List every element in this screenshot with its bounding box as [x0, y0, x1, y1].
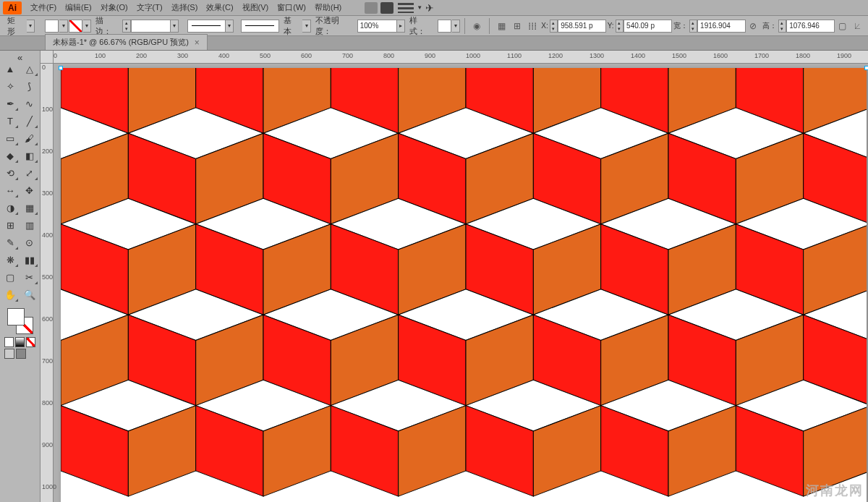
artboard-tool[interactable]: ▢ — [1, 269, 19, 285]
style-dd[interactable]: ▾ — [452, 20, 460, 33]
symbol-sprayer-tool[interactable]: ❋ — [1, 252, 19, 268]
shaper-tool[interactable]: ◆ — [1, 148, 19, 163]
color-mode-solid[interactable] — [4, 337, 14, 347]
magic-wand-tool[interactable]: ✧ — [1, 78, 19, 94]
ruler-v-tick: 400 — [42, 231, 53, 239]
x-input[interactable]: 958.591 p — [558, 20, 606, 33]
w-input[interactable]: 1916.904 — [697, 20, 746, 33]
stroke-weight-input[interactable] — [131, 20, 171, 33]
perspective-tool[interactable]: ▦ — [21, 200, 38, 216]
fill-box[interactable] — [7, 308, 25, 326]
y-label: Y: — [608, 22, 614, 30]
rotate-tool[interactable]: ⟲ — [1, 165, 19, 181]
ruler-v-tick: 800 — [42, 399, 53, 407]
gradient-tool[interactable]: ▥ — [21, 217, 38, 233]
y-input[interactable]: 540.09 p — [624, 20, 672, 33]
y-stepper[interactable]: ▴▾ — [616, 20, 624, 33]
menu-object[interactable]: 对象(O) — [96, 1, 132, 14]
graph-tool[interactable]: ▮▮ — [21, 252, 38, 268]
toolbox-collapse[interactable]: « — [1, 54, 38, 61]
stroke-profile-dd[interactable]: ▾ — [302, 20, 310, 33]
selection-handle-tl[interactable] — [59, 66, 63, 70]
menubar: Ai 文件(F) 编辑(E) 对象(O) 文字(T) 选择(S) 效果(C) 视… — [0, 0, 868, 16]
free-transform-tool[interactable]: ✥ — [21, 182, 38, 198]
shape-label: 矩形 — [7, 15, 22, 37]
link-icon[interactable]: ⊘ — [748, 20, 759, 32]
layout-dd[interactable]: ▼ — [417, 4, 422, 11]
ruler-h-tick: 1800 — [796, 52, 810, 59]
stroke-dd[interactable]: ▾ — [83, 20, 91, 33]
corner-icon[interactable]: ⟀ — [852, 20, 863, 32]
opacity-dd[interactable]: ▸ — [397, 20, 405, 33]
eraser-tool[interactable]: ◧ — [21, 148, 38, 163]
h-stepper[interactable]: ▴▾ — [778, 20, 786, 33]
hand-tool[interactable]: ✋ — [1, 286, 19, 302]
shape-dd[interactable]: ▾ — [27, 20, 35, 33]
menu-view[interactable]: 视图(V) — [238, 1, 273, 14]
color-mode-none[interactable] — [26, 337, 35, 347]
menu-effect[interactable]: 效果(C) — [202, 1, 237, 14]
paintbrush-tool[interactable]: 🖌 — [21, 130, 38, 146]
fill-dd[interactable]: ▾ — [59, 20, 67, 33]
width-tool[interactable]: ↔ — [1, 182, 19, 198]
ref-point-icon[interactable]: ⁞⁞⁞ — [527, 20, 537, 32]
menu-type[interactable]: 文字(T) — [132, 1, 167, 14]
brush-dd[interactable]: ▾ — [226, 20, 234, 33]
blend-tool[interactable]: ⊙ — [21, 234, 38, 250]
brush-def[interactable] — [187, 20, 226, 33]
transform-icon[interactable]: ⊞ — [511, 20, 522, 32]
document-tab[interactable]: 未标题-1* @ 66.67% (RGB/GPU 预览) × — [45, 34, 208, 50]
watermark: 河南龙网 — [806, 482, 864, 499]
fill-stroke-control[interactable] — [7, 308, 33, 334]
menu-file[interactable]: 文件(F) — [26, 1, 61, 14]
w-stepper[interactable]: ▴▾ — [689, 20, 697, 33]
recolor-icon[interactable]: ◉ — [472, 20, 482, 32]
menu-edit[interactable]: 编辑(E) — [61, 1, 96, 14]
x-label: X: — [541, 22, 548, 30]
selection-handle-tr[interactable] — [864, 66, 868, 70]
scale-tool[interactable]: ⤢ — [21, 165, 38, 181]
bridge-icon[interactable] — [365, 2, 378, 14]
ruler-origin[interactable] — [41, 51, 54, 64]
line-tool[interactable]: ╱ — [21, 113, 38, 129]
ruler-vertical[interactable]: 01002003004005006007008009001000 — [41, 64, 54, 502]
stroke-weight-stepper[interactable]: ▴▾ — [122, 20, 130, 33]
tab-close-icon[interactable]: × — [195, 38, 200, 48]
lasso-tool[interactable]: ⟆ — [21, 78, 38, 94]
stroke-profile[interactable] — [241, 20, 279, 33]
stroke-swatch[interactable] — [69, 20, 82, 33]
screen-mode-normal[interactable] — [4, 349, 14, 359]
color-mode-gradient[interactable] — [15, 337, 25, 347]
curvature-tool[interactable]: ∿ — [21, 95, 38, 111]
stock-icon[interactable] — [380, 2, 393, 14]
direct-selection-tool[interactable]: △ — [21, 61, 38, 77]
layout-icon[interactable] — [398, 3, 414, 13]
pattern-artwork[interactable] — [61, 68, 867, 502]
type-tool[interactable]: T — [1, 113, 19, 129]
opacity-label: 不透明度： — [315, 15, 353, 37]
style-swatch[interactable] — [438, 20, 451, 33]
share-icon[interactable]: ✈ — [425, 2, 434, 14]
stroke-weight-dd[interactable]: ▾ — [171, 20, 179, 33]
x-stepper[interactable]: ▴▾ — [550, 20, 558, 33]
screen-mode-full[interactable] — [16, 349, 26, 359]
artboard[interactable] — [61, 68, 867, 502]
rectangle-tool[interactable]: ▭ — [1, 130, 19, 146]
ruler-h-tick: 1900 — [837, 52, 851, 59]
fill-swatch[interactable] — [45, 20, 59, 33]
pen-tool[interactable]: ✒ — [1, 95, 19, 111]
menu-window[interactable]: 窗口(W) — [273, 1, 310, 14]
shape-corners-icon[interactable]: ▢ — [837, 20, 848, 32]
mesh-tool[interactable]: ⊞ — [1, 217, 19, 233]
ruler-horizontal[interactable]: 0100200300400500600700800900100011001200… — [54, 51, 868, 64]
shape-builder-tool[interactable]: ◑ — [1, 200, 19, 216]
selection-tool[interactable]: ▲ — [1, 61, 19, 77]
zoom-tool[interactable]: 🔍 — [21, 286, 38, 302]
menu-help[interactable]: 帮助(H) — [310, 1, 346, 14]
align-icon[interactable]: ▦ — [496, 20, 507, 32]
slice-tool[interactable]: ✂ — [21, 269, 38, 285]
eyedropper-tool[interactable]: ✎ — [1, 234, 19, 250]
opacity-input[interactable]: 100% — [357, 20, 397, 33]
menu-select[interactable]: 选择(S) — [167, 1, 203, 14]
h-input[interactable]: 1076.946 — [786, 20, 835, 33]
